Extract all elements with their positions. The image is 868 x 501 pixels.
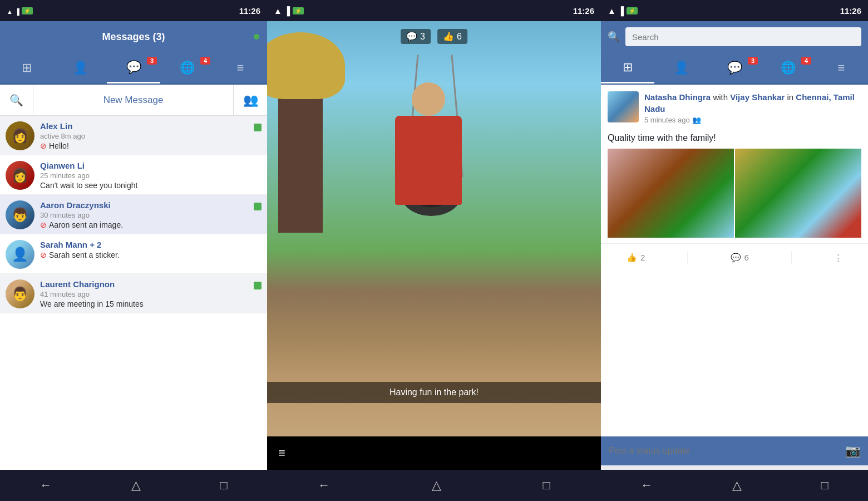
tab-globe[interactable]: 🌐 4	[160, 52, 214, 84]
messages-topbar: Messages (3)	[0, 21, 267, 52]
feed-news-icon: ⊞	[623, 60, 633, 75]
recents-button-messages[interactable]: □	[220, 478, 227, 493]
feed-friends-icon: 👤	[674, 61, 689, 75]
msg-name-alexlin: Alex Lin	[40, 121, 248, 131]
back-button-photo[interactable]: ←	[318, 478, 330, 493]
nav-bottom-feed: ← △ □	[601, 470, 868, 501]
globe-badge: 4	[200, 57, 210, 65]
panel-feed: ▲ ▐ ⚡ 11:26 🔍 ⊞ 👤 💬 3 🌐 4 ≡	[601, 0, 868, 501]
nav-bottom-messages: ← △ □	[0, 470, 267, 501]
msg-name-sarah: Sarah Mann + 2	[40, 240, 262, 249]
feed-wifi-icon: ▲	[608, 6, 616, 16]
post-meta: Natasha Dhingra with Vijay Shankar in Ch…	[644, 91, 861, 124]
group-icon: 👥	[243, 93, 258, 107]
msg-preview-aaron: ⊘Aaron sent an image.	[40, 220, 248, 229]
msg-time-qianwen: 25 minutes ago	[40, 171, 262, 180]
status-time-photo: 11:26	[573, 6, 594, 16]
photo-likes-stat: 👍 6	[437, 29, 467, 44]
online-indicator-alexlin	[254, 124, 262, 131]
tab-news[interactable]: ⊞	[0, 52, 53, 84]
likes-action-count: 2	[640, 253, 645, 262]
camera-icon[interactable]: 📷	[845, 444, 860, 458]
message-item-qianwen[interactable]: 👩 Qianwen Li 25 minutes ago Can't wait t…	[0, 155, 267, 195]
photo-menu-button[interactable]: ≡	[278, 446, 285, 460]
msg-time-alexlin: active 8m ago	[40, 132, 248, 140]
photo-tree	[278, 66, 323, 233]
recents-button-photo[interactable]: □	[542, 478, 550, 493]
swing-child-body	[395, 116, 462, 205]
post-author: Natasha Dhingra with Vijay Shankar in Ch…	[644, 91, 861, 115]
photo-status-icons: ▲ ▐ ⚡	[274, 6, 304, 16]
home-button-photo[interactable]: △	[432, 478, 441, 493]
message-item-aaron[interactable]: 👦 Aaron Draczynski 30 minutes ago ⊘Aaron…	[0, 195, 267, 234]
post-timestamp: 5 minutes ago 👥	[644, 116, 861, 124]
comment-button[interactable]: 💬 6	[722, 253, 758, 263]
avatar-alexlin: 👩	[6, 121, 34, 150]
online-dot	[254, 34, 259, 40]
back-button-messages[interactable]: ←	[40, 478, 52, 493]
msg-time-laurent: 41 minutes ago	[40, 290, 248, 298]
feed-tab-messages[interactable]: 💬 3	[708, 52, 761, 84]
messages-tab-bar: ⊞ 👤 💬 3 🌐 4 ≡	[0, 52, 267, 85]
tab-menu[interactable]: ≡	[214, 52, 267, 84]
search-input[interactable]	[625, 27, 861, 46]
post-card: Natasha Dhingra with Vijay Shankar in Ch…	[601, 85, 868, 465]
signal-icon	[15, 6, 19, 16]
like-action-icon: 👍	[627, 253, 637, 263]
feed-battery-icon: ⚡	[627, 7, 638, 14]
message-item-alexlin[interactable]: 👩 Alex Lin active 8m ago ⊘Hello!	[0, 116, 267, 155]
avatar-laurent: 👨	[6, 279, 34, 308]
post-avatar	[608, 91, 639, 122]
search-button[interactable]: 🔍	[0, 85, 33, 115]
feed-tab-news[interactable]: ⊞	[601, 52, 654, 84]
feed-status-icons: ▲ ▐ ⚡	[608, 6, 638, 16]
hamburger-icon: ≡	[237, 61, 244, 75]
feed-globe-icon: 🌐	[781, 61, 796, 75]
unread-icon: ⊘	[40, 141, 47, 150]
status-update-input[interactable]	[609, 446, 840, 456]
photo-caption-text: Having fun in the park!	[389, 387, 479, 397]
photo-signal-icon: ▐	[284, 6, 290, 16]
back-button-feed[interactable]: ←	[640, 478, 653, 493]
news-icon: ⊞	[22, 61, 32, 75]
new-message-label: New Message	[103, 95, 164, 106]
post-in-label: in	[787, 92, 796, 102]
photo-main[interactable]: 💬 3 👍 6 Having fun in the park!	[267, 21, 601, 436]
new-message-button[interactable]: New Message	[33, 85, 234, 115]
feed-messages-icon: 💬	[727, 61, 742, 75]
feed-tab-menu[interactable]: ≡	[815, 52, 868, 84]
feed-hamburger-icon: ≡	[838, 61, 845, 75]
messages-title: Messages (3)	[102, 31, 165, 43]
avatar-qianwen: 👩	[6, 161, 34, 190]
tab-messages[interactable]: 💬 3	[107, 52, 160, 84]
message-item-laurent[interactable]: 👨 Laurent Charignon 41 minutes ago We ar…	[0, 274, 267, 313]
group-button[interactable]: 👥	[234, 85, 267, 115]
post-time-text: 5 minutes ago	[644, 116, 690, 124]
home-button-feed[interactable]: △	[732, 478, 742, 493]
status-bar-messages: ⚡ 11:26	[0, 0, 267, 21]
post-photo-1[interactable]	[608, 149, 734, 238]
comments-action-count: 6	[744, 253, 749, 262]
more-button[interactable]: ⋮	[825, 253, 851, 263]
status-time-messages: 11:26	[239, 6, 260, 16]
post-avatar-image	[608, 91, 639, 122]
tab-friends[interactable]: 👤	[53, 52, 107, 84]
feed-search-bar: 🔍	[601, 21, 868, 52]
status-icons: ⚡	[7, 6, 33, 16]
feed-globe-badge: 4	[801, 57, 811, 65]
post-photo-2[interactable]	[735, 149, 861, 238]
message-list: 👩 Alex Lin active 8m ago ⊘Hello! 👩 Qianw…	[0, 116, 267, 470]
feed-tab-friends[interactable]: 👤	[654, 52, 708, 84]
online-indicator-laurent	[254, 282, 262, 289]
msg-preview-sarah: ⊘Sarah sent a sticker.	[40, 250, 262, 259]
like-button[interactable]: 👍 2	[618, 253, 654, 263]
home-button-messages[interactable]: △	[131, 478, 141, 493]
msg-name-aaron: Aaron Draczynski	[40, 200, 248, 210]
photo-stats-overlay: 💬 3 👍 6	[401, 29, 467, 44]
messages-action-bar: 🔍 New Message 👥	[0, 85, 267, 116]
message-item-sarah[interactable]: 👤 Sarah Mann + 2 ⊘Sarah sent a sticker.	[0, 234, 267, 274]
globe-icon: 🌐	[180, 61, 195, 75]
recents-button-feed[interactable]: □	[821, 478, 828, 493]
status-bar-feed: ▲ ▐ ⚡ 11:26	[601, 0, 868, 21]
feed-tab-globe[interactable]: 🌐 4	[761, 52, 815, 84]
